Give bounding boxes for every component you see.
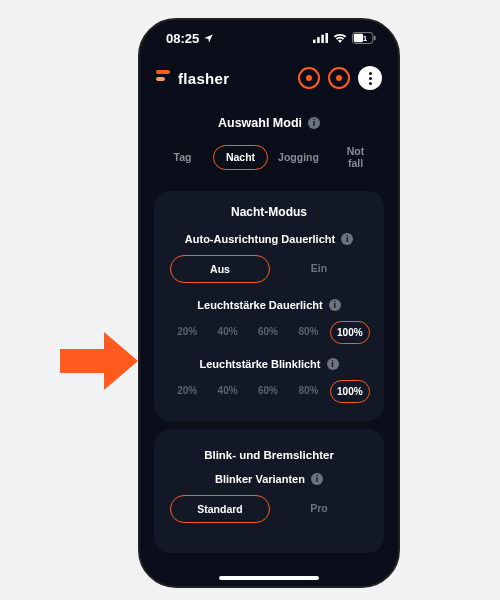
info-icon[interactable]: i — [341, 233, 353, 245]
brand-logo-icon — [156, 68, 172, 88]
svg-text:51: 51 — [359, 34, 367, 43]
more-menu-button[interactable] — [358, 66, 382, 90]
constant-80[interactable]: 80% — [289, 321, 327, 344]
info-icon[interactable]: i — [308, 117, 320, 129]
mode-notfall[interactable]: Not fall — [329, 140, 382, 175]
brake-lights-title: Blink- und Bremslichter — [166, 449, 372, 461]
auto-ein[interactable]: Ein — [270, 255, 368, 283]
svg-rect-2 — [321, 35, 324, 43]
info-icon[interactable]: i — [327, 358, 339, 370]
night-mode-title: Nacht-Modus — [166, 205, 372, 219]
phone-frame: 08:25 51 flasher — [138, 18, 400, 588]
mode-selector: Tag Nacht Jogging Not fall — [154, 140, 384, 183]
mode-tag[interactable]: Tag — [156, 146, 209, 170]
blink-100[interactable]: 100% — [330, 380, 370, 403]
info-icon[interactable]: i — [311, 473, 323, 485]
svg-rect-1 — [317, 37, 320, 43]
modes-title: Auswahl Modi — [218, 116, 302, 130]
location-icon — [203, 33, 214, 44]
blinker-variants-toggle: Standard Pro — [166, 495, 372, 523]
auto-aus[interactable]: Aus — [170, 255, 270, 283]
brake-lights-card: Blink- und Bremslichter Blinker Variante… — [154, 429, 384, 553]
blink-light-selector: 20% 40% 60% 80% 100% — [166, 380, 372, 403]
svg-rect-3 — [326, 33, 329, 43]
content-scroll[interactable]: Auswahl Modi i Tag Nacht Jogging Not fal… — [140, 100, 398, 553]
constant-100[interactable]: 100% — [330, 321, 370, 344]
blink-light-title: Leuchtstärke Blinklicht — [199, 358, 320, 370]
variant-standard[interactable]: Standard — [170, 495, 270, 523]
record-button-1[interactable] — [298, 67, 320, 89]
wifi-icon — [333, 33, 347, 43]
brand-name: flasher — [178, 70, 229, 87]
svg-rect-9 — [156, 77, 165, 81]
home-indicator[interactable] — [219, 576, 319, 580]
blink-80[interactable]: 80% — [289, 380, 327, 403]
blink-40[interactable]: 40% — [208, 380, 246, 403]
auto-orientation-toggle: Aus Ein — [166, 255, 372, 283]
info-icon[interactable]: i — [329, 299, 341, 311]
record-button-2[interactable] — [328, 67, 350, 89]
constant-light-selector: 20% 40% 60% 80% 100% — [166, 321, 372, 344]
constant-40[interactable]: 40% — [208, 321, 246, 344]
brand: flasher — [156, 68, 229, 88]
constant-light-title: Leuchtstärke Dauerlicht — [197, 299, 322, 311]
mode-nacht[interactable]: Nacht — [213, 145, 268, 171]
constant-60[interactable]: 60% — [249, 321, 287, 344]
status-time: 08:25 — [166, 31, 199, 46]
signal-icon — [313, 33, 328, 43]
constant-20[interactable]: 20% — [168, 321, 206, 344]
svg-rect-0 — [313, 40, 316, 43]
svg-rect-8 — [156, 70, 170, 74]
annotation-arrow-icon — [60, 332, 138, 390]
auto-orientation-title: Auto-Ausrichtung Dauerlicht — [185, 233, 335, 245]
blinker-variants-title: Blinker Varianten — [215, 473, 305, 485]
blink-60[interactable]: 60% — [249, 380, 287, 403]
battery-icon: 51 — [352, 32, 376, 44]
night-mode-card: Nacht-Modus Auto-Ausrichtung Dauerlicht … — [154, 191, 384, 421]
status-bar: 08:25 51 — [140, 20, 398, 56]
app-bar: flasher — [140, 56, 398, 100]
svg-rect-6 — [374, 36, 376, 41]
mode-jogging[interactable]: Jogging — [272, 146, 325, 170]
variant-pro[interactable]: Pro — [270, 495, 368, 523]
blink-20[interactable]: 20% — [168, 380, 206, 403]
